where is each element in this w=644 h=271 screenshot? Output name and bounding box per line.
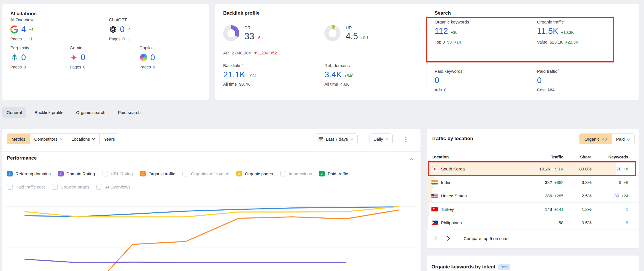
checkbox-icon[interactable]	[52, 184, 58, 190]
metrics-button[interactable]: Metrics	[7, 134, 30, 144]
competitors-dropdown[interactable]: Competitors	[30, 134, 67, 144]
checkbox-icon[interactable]	[182, 171, 188, 176]
gemini-icon	[70, 54, 78, 62]
checkbox-icon[interactable]	[319, 171, 325, 176]
location-row-turkey[interactable]: Turkey143+1411.2%1	[427, 203, 639, 216]
checkbox-icon[interactable]	[280, 171, 286, 176]
toggle-paid[interactable]: Paid0	[612, 134, 634, 144]
info-icon[interactable]: i	[558, 68, 559, 72]
gemini-value[interactable]: 0	[81, 53, 85, 62]
metric-checkbox-paid-traffic-cost[interactable]: Paid traffic cost	[7, 184, 45, 190]
info-icon[interactable]: i	[565, 19, 565, 22]
years-button[interactable]: Years	[100, 134, 119, 144]
traffic-by-location-card: Traffic by location Organic40 Paid0 Loca…	[427, 129, 639, 248]
provider-label: Gemini	[70, 45, 85, 50]
traffic-value: 382	[545, 180, 552, 185]
ar-value[interactable]: 2,848,084	[232, 50, 251, 55]
metric-label: Organic traffic	[149, 171, 175, 176]
metric-checkbox-organic-traffic[interactable]: Organic traffic	[140, 171, 175, 176]
info-icon[interactable]: i	[351, 62, 351, 66]
organic-traffic-delta: +10.3K	[561, 30, 574, 35]
collapse-caret-icon[interactable]	[410, 156, 414, 162]
chatgpt-value[interactable]: 0	[120, 25, 124, 34]
checkbox-icon[interactable]	[102, 171, 108, 176]
paid-traffic-value[interactable]: 0	[537, 76, 542, 85]
chevron-right-icon[interactable]	[445, 235, 452, 241]
pages-label: Pages	[109, 37, 120, 41]
ref-domains-value[interactable]: 3.4K	[324, 70, 342, 79]
granularity-button[interactable]: Daily	[369, 133, 393, 144]
checkbox-icon[interactable]	[58, 171, 64, 176]
divider	[427, 149, 639, 149]
date-range-button[interactable]: Last 7 days	[314, 133, 358, 144]
metric-label: Impressions	[289, 171, 312, 176]
chevron-down-icon	[92, 138, 95, 140]
perplexity-value[interactable]: 0	[21, 53, 26, 62]
keywords-value[interactable]: 9	[619, 180, 621, 185]
compare-top5-link[interactable]: Compare top 5 on chart	[464, 236, 509, 241]
tab-general[interactable]: General	[2, 107, 26, 118]
info-icon[interactable]: i	[38, 10, 38, 14]
backlinks-value[interactable]: 21.1K	[223, 70, 245, 79]
location-table-footer: Compare top 5 on chart	[427, 232, 639, 245]
organic-keywords-value[interactable]: 112	[435, 26, 448, 36]
flag-icon-ph	[431, 221, 438, 225]
keywords-value[interactable]: 70	[616, 166, 621, 171]
organic-keywords-block: Organic keywordsi 112+30 Top 353+14	[435, 19, 471, 44]
checkbox-icon[interactable]	[7, 184, 13, 190]
top3-value[interactable]: 53	[447, 40, 452, 44]
location-row-south-korea[interactable]: South Korea10.2K+9.1K89.0%70+6	[427, 162, 639, 176]
pages-value[interactable]: 0	[83, 65, 85, 69]
paid-keywords-value[interactable]: 0	[435, 76, 439, 85]
keywords-value[interactable]: 1	[626, 207, 628, 212]
metric-checkbox-crawled-pages[interactable]: Crawled pages	[52, 184, 89, 190]
keywords-by-intent-card: Organic keywords by intent Beta	[427, 256, 639, 271]
tab-backlink-profile[interactable]: Backlink profile	[30, 107, 68, 118]
info-icon[interactable]: i	[470, 19, 470, 22]
ai-overview-value[interactable]: 4	[21, 25, 26, 34]
copilot-value[interactable]: 0	[150, 53, 155, 62]
info-icon[interactable]: i	[353, 25, 353, 28]
metric-label: Organic traffic value	[191, 171, 229, 176]
metric-checkbox-domain-rating[interactable]: Domain Rating	[58, 171, 95, 176]
tab-paid-search[interactable]: Paid search	[114, 107, 145, 118]
metric-checkbox-referring-domains[interactable]: Referring domains	[7, 171, 51, 176]
chevron-left-icon[interactable]	[433, 235, 439, 241]
ai-overview-block: AI Overview 4 +4 Pages1+1	[10, 17, 34, 41]
checkbox-icon[interactable]	[140, 171, 146, 176]
tab-organic-search[interactable]: Organic search	[72, 107, 110, 118]
metric-label: AI Overviews	[105, 184, 130, 189]
toggle-organic[interactable]: Organic40	[580, 134, 611, 144]
location-row-philippines[interactable]: Philippines580.5%9	[427, 216, 639, 229]
pages-value[interactable]: 0	[122, 37, 125, 41]
metric-checkbox-organic-traffic-value[interactable]: Organic traffic value	[182, 171, 229, 176]
metric-checkbox-impressions[interactable]: Impressions	[280, 171, 312, 176]
metric-checkbox-ai-overviews[interactable]: AI Overviews	[96, 184, 130, 190]
pages-value[interactable]: 0	[24, 65, 26, 69]
keywords-value[interactable]: 30	[614, 193, 619, 198]
checkbox-icon[interactable]	[236, 171, 242, 176]
locations-dropdown[interactable]: Locations	[67, 134, 100, 144]
keywords-value[interactable]: 9	[626, 220, 628, 225]
checkbox-icon[interactable]	[96, 184, 102, 190]
metric-checkbox-paid-traffic[interactable]: Paid traffic	[319, 171, 348, 176]
organic-traffic-value[interactable]: 11.5K	[537, 26, 559, 36]
pages-value[interactable]: 0	[153, 65, 155, 69]
info-icon[interactable]: i	[464, 68, 464, 72]
metrics-checkbox-row-2: Paid traffic costCrawled pagesAI Overvie…	[7, 184, 131, 190]
traffic-delta: +9.1K	[553, 167, 563, 171]
traffic-delta: +285	[554, 194, 563, 198]
metric-checkbox-organic-pages[interactable]: Organic pages	[236, 171, 273, 176]
checkbox-icon[interactable]	[7, 171, 13, 176]
info-icon[interactable]: i	[252, 25, 252, 28]
more-options-kebab[interactable]	[403, 136, 409, 143]
filter-button-group: Metrics Competitors Locations Years	[7, 133, 119, 144]
location-row-india[interactable]: India382+3823.3%9+8	[427, 176, 639, 189]
ads-value[interactable]: 0	[444, 88, 446, 92]
pages-value[interactable]: 1	[24, 37, 26, 41]
location-row-united-states[interactable]: United States286+2852.5%30+24	[427, 189, 639, 203]
organic-keywords-delta: +30	[451, 30, 458, 35]
info-icon[interactable]: i	[242, 62, 243, 66]
traffic-by-location-title: Traffic by location	[431, 136, 473, 142]
metric-checkbox-url-rating[interactable]: URL Rating	[102, 171, 133, 176]
